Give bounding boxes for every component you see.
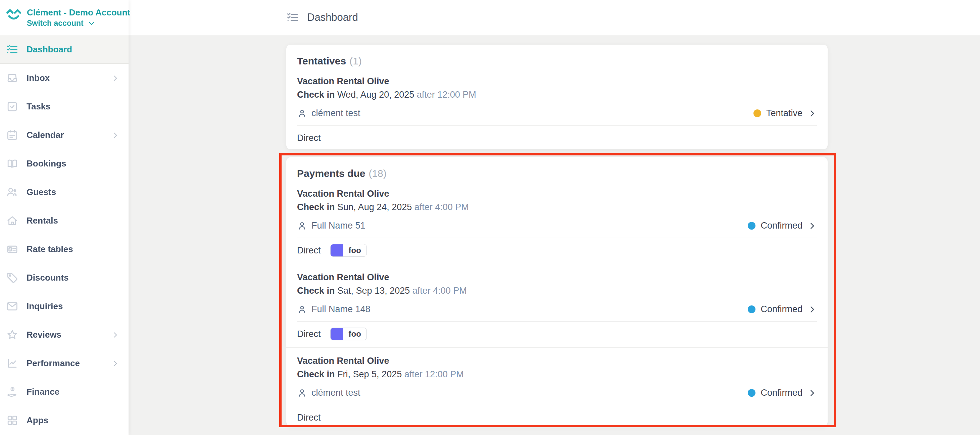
chevron-right-icon [111,331,120,339]
switch-account[interactable]: Switch account [27,19,95,28]
apps-grid-icon [6,414,19,427]
sidebar-item-rentals[interactable]: Rentals [0,206,129,235]
chevron-right-icon[interactable] [808,221,817,231]
person-icon [297,221,307,231]
sidebar-item-apps[interactable]: Apps [0,406,129,435]
sidebar-item-label: Bookings [27,158,66,169]
checkin-time: after 12:00 PM [417,89,476,100]
sidebar-item-guests[interactable]: Guests [0,178,129,206]
checkin-time: after 4:00 PM [415,202,469,212]
booking-guest-row: clément test Confirmed [297,388,817,398]
sidebar-nav: Dashboard Inbox Tasks Calendar [0,35,129,435]
card-count: (1) [349,56,362,67]
svg-text:$: $ [10,247,11,251]
booking-status: Confirmed [748,388,817,398]
sidebar-item-calendar[interactable]: Calendar [0,121,129,149]
checkin-label: Check in [297,202,335,212]
guest-name: Full Name 148 [312,304,371,314]
checklist-icon [286,11,299,24]
sidebar-item-label: Rate tables [27,244,73,255]
chevron-right-icon[interactable] [808,109,817,118]
person-icon [297,304,307,314]
chevron-right-icon [111,131,120,140]
chevron-right-icon[interactable] [808,305,817,314]
status-label: Confirmed [760,220,802,231]
status-dot-confirmed [748,389,756,397]
tasks-icon [6,100,19,113]
checklist-icon [6,43,19,56]
booking-rental-name: Vacation Rental Olive [297,188,817,200]
checkin-time: after 4:00 PM [412,286,467,296]
sidebar-item-label: Reviews [27,330,61,340]
booking-checkin: Check in Wed, Aug 20, 2025 after 12:00 P… [297,89,817,100]
divider [297,321,817,322]
sidebar-item-inquiries[interactable]: Inquiries [0,292,129,320]
card-title: Tentatives(1) [286,45,827,68]
booking-channel-row: Direct [297,131,817,145]
status-dot-confirmed [748,306,756,313]
checkin-date: Wed, Aug 20, 2025 [337,89,414,100]
booking-channel-row: Direct [297,411,817,424]
booking-status: Confirmed [748,220,817,231]
checkin-date: Sat, Sep 13, 2025 [337,286,410,296]
checkin-label: Check in [297,89,335,100]
person-icon [297,108,307,118]
sidebar-item-bookings[interactable]: Bookings [0,149,129,178]
sidebar-item-rate-tables[interactable]: $ Rate tables [0,235,129,263]
checkin-label: Check in [297,369,335,379]
booking-entry[interactable]: Vacation Rental Olive Check in Sun, Aug … [286,180,827,264]
calendar-icon [6,129,19,141]
channel-label: Direct [297,245,321,256]
tag-label: foo [343,328,366,340]
sidebar: Clément - Demo Account Switch account Da… [0,0,129,435]
guest: clément test [297,108,360,118]
sidebar-item-inbox[interactable]: Inbox [0,64,129,92]
tag-color-swatch [331,328,343,340]
sidebar-item-label: Calendar [27,130,64,140]
tag-color-swatch [331,244,343,257]
booking-entry[interactable]: Vacation Rental Olive Check in Wed, Aug … [286,68,827,149]
booking-rental-name: Vacation Rental Olive [297,271,817,283]
sidebar-item-label: Guests [27,187,56,198]
checkin-date: Sun, Aug 24, 2025 [337,202,412,212]
status-label: Tentative [766,108,802,118]
svg-text:€: € [12,388,13,391]
divider [297,237,817,238]
booking-status: Confirmed [748,304,817,314]
booking-entry[interactable]: Vacation Rental Olive Check in Sat, Sep … [286,264,827,347]
booking-guest-row: Full Name 51 Confirmed [297,220,817,231]
chevron-down-icon [88,19,95,27]
chevron-right-icon[interactable] [808,388,817,398]
sidebar-item-label: Dashboard [27,44,72,55]
status-dot-confirmed [748,222,756,229]
sidebar-item-reviews[interactable]: Reviews [0,320,129,349]
account-name: Clément - Demo Account [27,7,130,18]
sidebar-item-tasks[interactable]: Tasks [0,92,129,121]
sidebar-item-discounts[interactable]: Discounts [0,263,129,292]
sidebar-item-label: Inquiries [27,301,63,311]
sidebar-item-label: Rentals [27,215,58,226]
guest-name: clément test [312,388,360,398]
page-title-text: Dashboard [307,11,358,24]
sidebar-item-performance[interactable]: Performance [0,349,129,378]
sidebar-item-finance[interactable]: € Finance [0,378,129,406]
booking-channel-row: Direct foo [297,327,817,341]
envelope-icon [6,300,19,312]
booking-entry[interactable]: Vacation Rental Olive Check in Fri, Sep … [286,348,827,426]
booking-checkin: Check in Fri, Sep 5, 2025 after 12:00 PM [297,369,817,379]
payments-due-card: Payments due(18) Vacation Rental Olive C… [286,157,827,426]
chevron-right-icon [111,359,120,368]
booking-rental-name: Vacation Rental Olive [297,355,817,367]
person-icon [297,388,307,398]
status-label: Confirmed [760,304,802,314]
chart-line-icon [6,357,19,370]
guest: clément test [297,388,360,398]
sidebar-item-label: Apps [27,415,48,425]
divider [297,125,817,126]
sidebar-item-dashboard[interactable]: Dashboard [0,35,129,64]
status-dot-tentative [754,110,761,117]
home-icon [6,215,19,227]
booking-status: Tentative [754,108,817,118]
card-title: Payments due(18) [286,157,827,180]
account-switcher[interactable]: Clément - Demo Account Switch account [0,0,129,35]
